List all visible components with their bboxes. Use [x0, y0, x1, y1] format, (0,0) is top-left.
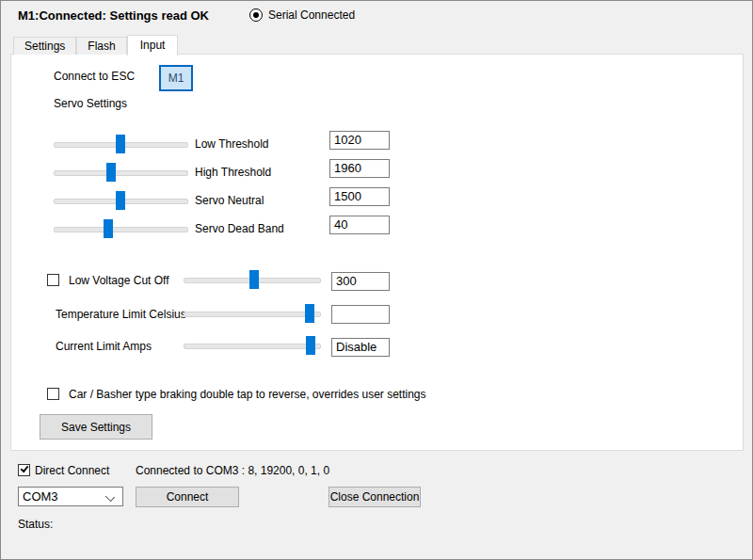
low-threshold-input[interactable] [329, 131, 390, 150]
slider-thumb[interactable] [116, 135, 125, 153]
serial-connected-label: Serial Connected [268, 8, 355, 22]
connection-status-title: M1:Connected: Settings read OK [18, 8, 209, 23]
low-voltage-label: Low Voltage Cut Off [69, 274, 169, 287]
radio-icon[interactable] [249, 8, 263, 22]
current-limit-label: Current Limit Amps [56, 340, 152, 353]
tab-input[interactable]: Input [127, 35, 179, 56]
servo-settings-label: Servo Settings [54, 97, 127, 110]
slider-thumb[interactable] [104, 219, 113, 238]
servo-neutral-slider[interactable] [54, 199, 188, 204]
connection-status-text: Connected to COM3 : 8, 19200, 0, 1, 0 [136, 464, 329, 477]
slider-thumb[interactable] [249, 270, 259, 289]
direct-connect-label: Direct Connect [35, 464, 109, 477]
serial-connected-radio[interactable]: Serial Connected [249, 8, 355, 22]
slider-thumb[interactable] [106, 163, 116, 182]
low-threshold-label: Low Threshold [195, 137, 269, 151]
temperature-limit-slider[interactable] [184, 312, 321, 317]
current-limit-input[interactable] [331, 338, 390, 357]
low-threshold-slider[interactable] [54, 142, 188, 148]
input-tab-panel: Connect to ESC M1 Servo Settings Low Thr… [10, 54, 744, 451]
tab-settings[interactable]: Settings [13, 37, 76, 55]
servo-dead-band-label: Servo Dead Band [195, 222, 284, 235]
temperature-limit-input[interactable] [331, 305, 390, 324]
basher-braking-checkbox[interactable] [47, 388, 59, 400]
connect-button[interactable]: Connect [136, 487, 239, 507]
status-label: Status: [18, 518, 53, 531]
slider-thumb[interactable] [306, 336, 315, 355]
esc-m1-button[interactable]: M1 [159, 65, 193, 91]
com-port-select[interactable]: COM3 [18, 487, 123, 506]
com-port-value: COM3 [23, 489, 58, 504]
temperature-limit-label: Temperature Limit Celsius [56, 308, 186, 321]
slider-thumb[interactable] [305, 304, 314, 323]
slider-thumb[interactable] [116, 191, 125, 210]
app-window: M1:Connected: Settings read OK Serial Co… [0, 0, 753, 560]
high-threshold-label: High Threshold [195, 166, 271, 179]
direct-connect-checkbox[interactable] [18, 464, 30, 476]
close-connection-button[interactable]: Close Connection [328, 487, 421, 507]
high-threshold-slider[interactable] [54, 170, 188, 176]
save-settings-button[interactable]: Save Settings [40, 414, 152, 440]
basher-braking-label: Car / Basher type braking double tap to … [69, 388, 426, 401]
low-voltage-checkbox[interactable] [47, 274, 59, 286]
low-voltage-input[interactable] [331, 272, 390, 291]
servo-neutral-label: Servo Neutral [195, 194, 264, 207]
servo-dead-band-input[interactable] [329, 216, 390, 234]
low-voltage-slider[interactable] [184, 278, 321, 283]
connect-to-esc-label: Connect to ESC [54, 70, 135, 83]
high-threshold-input[interactable] [329, 159, 390, 178]
current-limit-slider[interactable] [184, 344, 321, 349]
chevron-down-icon [105, 492, 115, 502]
tab-bar: Settings Flash Input [13, 35, 178, 55]
tab-flash[interactable]: Flash [76, 37, 126, 55]
servo-neutral-input[interactable] [329, 187, 390, 206]
servo-dead-band-slider[interactable] [54, 227, 188, 232]
